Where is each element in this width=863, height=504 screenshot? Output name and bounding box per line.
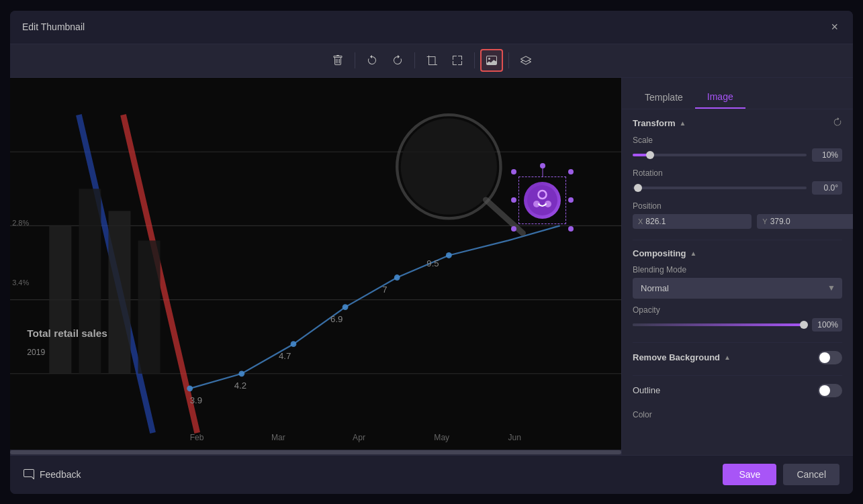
toolbar-divider-1 <box>355 52 355 68</box>
remove-bg-toggle-row: Remove Background ▲ <box>633 351 842 364</box>
feedback-icon <box>24 469 34 480</box>
outline-toggle[interactable] <box>818 384 842 397</box>
scale-slider-container[interactable] <box>633 154 807 156</box>
opacity-slider-container[interactable] <box>633 323 807 326</box>
svg-point-16 <box>394 274 400 281</box>
svg-rect-10 <box>108 211 130 373</box>
svg-text:6.9: 6.9 <box>330 313 343 323</box>
modal-title: Edit Thumbnail <box>22 21 85 32</box>
outline-label: Outline <box>633 385 660 395</box>
scale-control: Scale 10% <box>633 136 842 162</box>
tab-image[interactable]: Image <box>695 86 745 109</box>
scale-slider-thumb[interactable] <box>646 151 654 159</box>
divider-3 <box>633 375 842 376</box>
svg-text:7: 7 <box>382 284 387 294</box>
right-panel: Template Image Transform ▲ <box>621 78 853 455</box>
svg-point-17 <box>446 252 452 258</box>
position-row: X Y <box>633 214 842 229</box>
svg-text:Total retail sales: Total retail sales <box>27 327 107 338</box>
svg-text:May: May <box>434 432 450 442</box>
outline-section: Outline <box>633 384 842 397</box>
transform-chevron: ▲ <box>680 119 686 127</box>
position-y-group: Y <box>757 214 853 229</box>
delete-button[interactable] <box>326 49 349 72</box>
feedback-button[interactable]: Feedback <box>24 469 81 480</box>
svg-text:Feb: Feb <box>190 432 204 442</box>
position-x-label: X <box>638 217 643 225</box>
save-button[interactable]: Save <box>723 464 776 485</box>
outline-toggle-row: Outline <box>633 384 842 397</box>
close-button[interactable]: × <box>828 18 841 36</box>
compositing-chevron: ▲ <box>690 250 696 257</box>
remove-bg-toggle[interactable] <box>818 351 842 364</box>
remove-bg-toggle-knob <box>819 352 830 363</box>
undo-button[interactable] <box>361 49 383 72</box>
compositing-section: Compositing ▲ Blending Mode NormalMultip… <box>633 248 842 332</box>
divider-1 <box>633 240 842 240</box>
position-y-input[interactable] <box>770 217 853 226</box>
toolbar <box>10 44 853 78</box>
crop-button[interactable] <box>420 49 443 72</box>
remove-bg-chevron: ▲ <box>724 354 731 361</box>
edit-thumbnail-modal: Edit Thumbnail × <box>10 11 853 494</box>
remove-bg-title: Remove Background ▲ <box>633 352 731 362</box>
svg-text:3.4%: 3.4% <box>12 278 29 286</box>
canvas-selected-element[interactable] <box>524 182 561 219</box>
svg-text:4.2: 4.2 <box>234 380 246 390</box>
svg-text:Apr: Apr <box>353 432 365 442</box>
transform-section-header: Transform ▲ <box>633 117 842 129</box>
position-x-group: X <box>633 214 752 229</box>
color-label: Color <box>633 410 652 419</box>
opacity-slider-thumb[interactable] <box>800 321 808 329</box>
toolbar-divider-2 <box>414 52 415 68</box>
opacity-slider-fill <box>633 323 807 326</box>
position-y-label: Y <box>762 217 767 225</box>
svg-rect-9 <box>79 189 101 373</box>
outline-toggle-knob <box>819 385 830 396</box>
compositing-section-title: Compositing ▲ <box>633 248 696 258</box>
svg-rect-8 <box>49 225 71 373</box>
footer-actions: Save Cancel <box>723 464 839 485</box>
blending-mode-select[interactable]: NormalMultiplyScreenOverlayDarkenLighten <box>633 278 842 299</box>
rotation-slider-thumb[interactable] <box>634 184 642 192</box>
modal-body: 3.9 4.2 4.7 6.9 7 9.5 Feb Mar Apr May Ju… <box>10 78 853 455</box>
panel-tabs: Template Image <box>622 78 853 109</box>
opacity-value: 100% <box>812 318 842 332</box>
color-section: Color <box>633 408 842 420</box>
tab-template[interactable]: Template <box>633 86 695 109</box>
scale-row-inline: 10% <box>633 148 842 162</box>
layers-button[interactable] <box>514 49 537 72</box>
toolbar-divider-3 <box>474 52 475 68</box>
svg-point-12 <box>187 385 193 391</box>
feedback-label: Feedback <box>40 469 81 480</box>
svg-text:Jun: Jun <box>508 432 522 442</box>
modal-header: Edit Thumbnail × <box>10 11 853 44</box>
blending-mode-label: Blending Mode <box>633 265 842 274</box>
canvas-scrollbar[interactable] <box>10 450 621 455</box>
cancel-button[interactable]: Cancel <box>783 464 839 485</box>
rotation-row-inline: 0.0° <box>633 181 842 195</box>
svg-rect-1 <box>10 78 621 455</box>
modal-footer: Feedback Save Cancel <box>10 455 853 494</box>
rotation-control: Rotation 0.0° <box>633 168 842 195</box>
redo-button[interactable] <box>386 49 409 72</box>
image-button[interactable] <box>480 49 503 72</box>
opacity-control: Opacity 100% <box>633 305 842 332</box>
canvas-scrollbar-thumb <box>10 450 621 454</box>
toolbar-divider-4 <box>508 52 509 68</box>
expand-button[interactable] <box>446 49 469 72</box>
opacity-label: Opacity <box>633 305 842 315</box>
rotation-slider-container[interactable] <box>633 187 807 189</box>
transform-reset-button[interactable] <box>833 117 842 129</box>
scale-label: Scale <box>633 136 842 145</box>
element-icon <box>524 182 561 219</box>
position-x-input[interactable] <box>645 217 746 226</box>
canvas-area[interactable]: 3.9 4.2 4.7 6.9 7 9.5 Feb Mar Apr May Ju… <box>10 78 621 455</box>
rotation-value: 0.0° <box>812 181 842 195</box>
svg-text:3.9: 3.9 <box>190 395 202 405</box>
scale-value: 10% <box>812 148 842 162</box>
modal-overlay: Edit Thumbnail × <box>0 0 863 504</box>
rotation-label: Rotation <box>633 168 842 178</box>
blending-mode-select-wrapper: NormalMultiplyScreenOverlayDarkenLighten… <box>633 278 842 299</box>
svg-point-15 <box>343 304 349 310</box>
